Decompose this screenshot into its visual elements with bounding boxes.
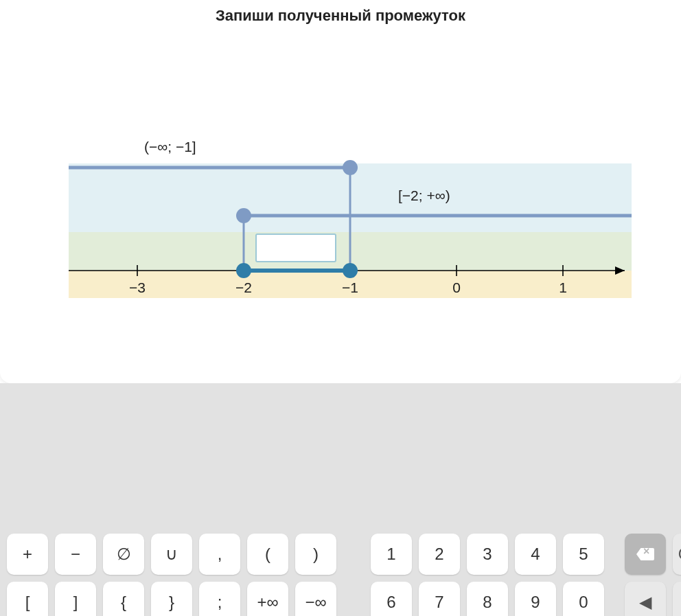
key-lbracket[interactable]: [ [7, 582, 48, 616]
svg-text:−3: −3 [129, 280, 146, 295]
keyboard-row-1: + − ∅ ∪ , ( ) 1 2 3 4 5 OK [7, 534, 674, 575]
key-6[interactable]: 6 [371, 582, 412, 616]
key-spacer-3 [343, 582, 364, 616]
key-minus-inf[interactable]: −∞ [295, 582, 336, 616]
key-minus[interactable]: − [55, 534, 96, 575]
svg-text:−1: −1 [342, 280, 358, 295]
key-lbrace[interactable]: { [103, 582, 144, 616]
svg-point-12 [343, 160, 358, 175]
key-0[interactable]: 0 [563, 582, 604, 616]
page-title: Запиши полученный промежуток [0, 0, 681, 25]
svg-text:1: 1 [559, 280, 567, 295]
key-2[interactable]: 2 [419, 534, 460, 575]
key-5[interactable]: 5 [563, 534, 604, 575]
key-ok[interactable]: OK [673, 534, 681, 575]
key-3[interactable]: 3 [467, 534, 508, 575]
key-1[interactable]: 1 [371, 534, 412, 575]
keyboard-row-2: [ ] { } ; +∞ −∞ 6 7 8 9 0 ◀ ▶ [7, 582, 674, 616]
chart-svg: −3 −2 −1 0 1 (−∞; −1] [ [69, 137, 632, 309]
key-rbrace[interactable]: } [151, 582, 192, 616]
key-rbracket[interactable]: ] [55, 582, 96, 616]
key-spacer-2 [611, 534, 618, 575]
key-8[interactable]: 8 [467, 582, 508, 616]
svg-text:−2: −2 [235, 280, 252, 295]
key-rparen[interactable]: ) [295, 534, 336, 575]
key-comma[interactable]: , [199, 534, 240, 575]
svg-point-17 [236, 263, 251, 278]
answer-input[interactable] [255, 233, 336, 262]
key-lparen[interactable]: ( [247, 534, 288, 575]
svg-point-18 [343, 263, 358, 278]
key-backspace[interactable] [625, 534, 666, 575]
svg-point-15 [236, 208, 251, 223]
key-9[interactable]: 9 [515, 582, 556, 616]
key-4[interactable]: 4 [515, 534, 556, 575]
problem-card: Запиши полученный промежуток −3 −2 −1 0 … [0, 0, 681, 383]
interval-2-label: [−2; +∞) [398, 187, 522, 204]
number-line-chart: −3 −2 −1 0 1 (−∞; −1] [ [69, 137, 632, 309]
key-plus[interactable]: + [7, 534, 48, 575]
key-plus-inf[interactable]: +∞ [247, 582, 288, 616]
key-empty-set[interactable]: ∅ [103, 534, 144, 575]
math-keyboard: + − ∅ ∪ , ( ) 1 2 3 4 5 OK [ ] { } ; +∞ … [0, 527, 681, 616]
key-union[interactable]: ∪ [151, 534, 192, 575]
key-7[interactable]: 7 [419, 582, 460, 616]
backspace-icon [636, 548, 654, 560]
interval-1-label: (−∞; −1] [144, 139, 268, 155]
key-left[interactable]: ◀ [625, 582, 666, 616]
key-spacer-4 [611, 582, 618, 616]
key-semicolon[interactable]: ; [199, 582, 240, 616]
key-right[interactable]: ▶ [673, 582, 681, 616]
key-spacer [343, 534, 364, 575]
svg-text:0: 0 [452, 280, 461, 295]
